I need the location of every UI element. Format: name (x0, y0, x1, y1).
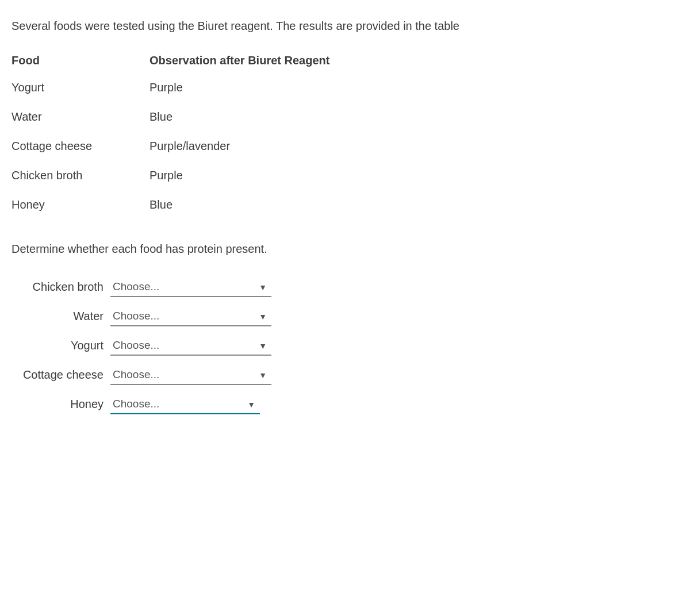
observation-cell: Purple (150, 161, 356, 190)
observation-cell: Purple/lavender (150, 132, 356, 161)
food-cell: Water (12, 102, 150, 132)
dropdown-label: Chicken broth (12, 280, 103, 294)
table-row: YogurtPurple (12, 73, 356, 102)
dropdown-select[interactable]: Choose...Yes, protein presentNo, protein… (110, 277, 271, 297)
table-row: WaterBlue (12, 102, 356, 132)
table-row: Cottage cheesePurple/lavender (12, 132, 356, 161)
food-table-section: Food Observation after Biuret Reagent Yo… (12, 48, 678, 220)
food-table: Food Observation after Biuret Reagent Yo… (12, 48, 356, 220)
determine-text: Determine whether each food has protein … (12, 240, 678, 257)
observation-cell: Blue (150, 102, 356, 132)
dropdown-wrapper: Choose...Yes, protein presentNo, protein… (110, 365, 271, 385)
food-cell: Cottage cheese (12, 132, 150, 161)
dropdown-row: Chicken brothChoose...Yes, protein prese… (12, 275, 678, 299)
dropdown-wrapper: Choose...Yes, protein presentNo, protein… (110, 277, 271, 297)
dropdown-select[interactable]: Choose...Yes, protein presentNo, protein… (110, 336, 271, 356)
observation-cell: Blue (150, 190, 356, 220)
table-row: Chicken brothPurple (12, 161, 356, 190)
dropdown-row: Cottage cheeseChoose...Yes, protein pres… (12, 363, 678, 387)
col-obs-header: Observation after Biuret Reagent (150, 48, 356, 73)
food-cell: Chicken broth (12, 161, 150, 190)
dropdown-row: HoneyChoose...Yes, protein presentNo, pr… (12, 392, 678, 417)
dropdown-select[interactable]: Choose...Yes, protein presentNo, protein… (110, 306, 271, 326)
observation-cell: Purple (150, 73, 356, 102)
food-cell: Honey (12, 190, 150, 220)
dropdowns-section: Chicken brothChoose...Yes, protein prese… (12, 275, 678, 417)
dropdown-select[interactable]: Choose...Yes, protein presentNo, protein… (110, 365, 271, 385)
intro-text: Several foods were tested using the Biur… (12, 17, 678, 34)
dropdown-row: YogurtChoose...Yes, protein presentNo, p… (12, 333, 678, 358)
table-row: HoneyBlue (12, 190, 356, 220)
dropdown-wrapper: Choose...Yes, protein presentNo, protein… (110, 394, 260, 414)
dropdown-wrapper: Choose...Yes, protein presentNo, protein… (110, 306, 271, 326)
dropdown-wrapper: Choose...Yes, protein presentNo, protein… (110, 336, 271, 356)
food-cell: Yogurt (12, 73, 150, 102)
dropdown-label: Cottage cheese (12, 368, 103, 382)
dropdown-row: WaterChoose...Yes, protein presentNo, pr… (12, 304, 678, 329)
dropdown-label: Water (12, 310, 103, 323)
col-food-header: Food (12, 48, 150, 73)
dropdown-label: Yogurt (12, 339, 103, 352)
dropdown-select[interactable]: Choose...Yes, protein presentNo, protein… (110, 394, 260, 414)
dropdown-label: Honey (12, 398, 103, 411)
